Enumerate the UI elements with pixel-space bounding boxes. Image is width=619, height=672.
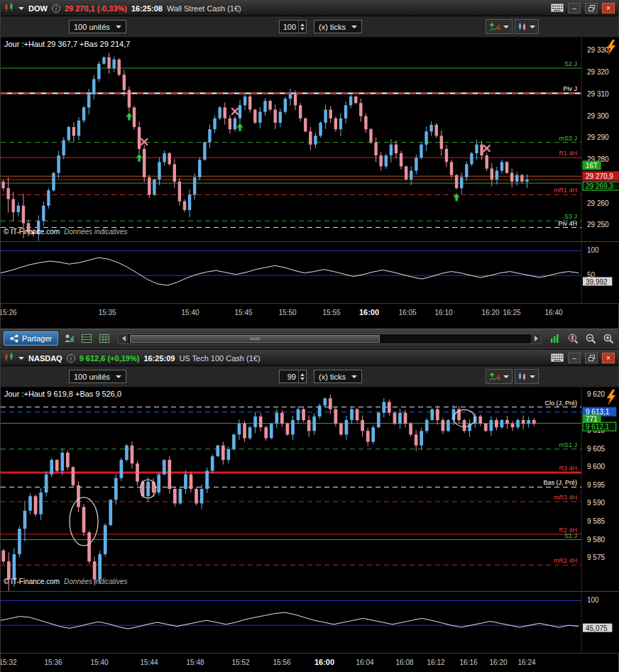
time-tick: 16:16: [459, 659, 477, 666]
zoom-in-icon[interactable]: [601, 331, 615, 346]
dow-chart-area[interactable]: S2 JPiv JmS3 JR1 4HmR1 4HS3 JPiv 4H29 33…: [1, 38, 618, 303]
svg-text:mR2 4H: mR2 4H: [554, 557, 577, 564]
svg-text:9 595: 9 595: [587, 481, 605, 489]
chevron-down-icon: [530, 26, 535, 28]
svg-text:R3 4H: R3 4H: [559, 465, 577, 472]
ticks-unit-select[interactable]: (x) ticks: [314, 370, 362, 383]
units-select[interactable]: 100 unités: [69, 20, 126, 33]
svg-text:9 612,1: 9 612,1: [586, 423, 610, 431]
symbol-dropdown-caret[interactable]: [18, 7, 24, 10]
ticks-unit-select[interactable]: (x) ticks: [314, 20, 362, 33]
svg-text:Piv J: Piv J: [563, 85, 577, 92]
svg-text:S2 J: S2 J: [564, 60, 577, 67]
spinner-arrows[interactable]: [298, 21, 306, 33]
day-high-low-label: Jour :+Haut 29 367,7 +Bas 29 214,7: [4, 40, 130, 48]
spinner-arrows[interactable]: [298, 370, 306, 382]
restore-button[interactable]: [585, 3, 598, 13]
horizontal-scrollbar[interactable]: [118, 334, 542, 344]
svg-text:45,075: 45,075: [586, 624, 608, 632]
close-button[interactable]: ×: [602, 3, 615, 13]
symbol-name[interactable]: DOW: [28, 4, 48, 13]
svg-text:100: 100: [587, 596, 599, 604]
market-name: Wall Street Cash (1€): [167, 4, 241, 13]
scrollbar-thumb[interactable]: [130, 335, 379, 343]
svg-text:mS1 J: mS1 J: [559, 441, 577, 448]
chevron-down-icon: [530, 375, 535, 378]
nasdaq-titlebar[interactable]: NASDAQ i 9 612,6 (+0,19%) 16:25:09 US Te…: [1, 351, 618, 366]
trader-stats-icon[interactable]: [62, 331, 76, 346]
dow-chart-window: DOW i 29 270,1 (-0,33%) 16:25:08 Wall St…: [0, 0, 619, 348]
info-icon[interactable]: i: [67, 354, 75, 363]
tick-count-input[interactable]: 100: [279, 20, 307, 33]
svg-text:100: 100: [587, 246, 599, 254]
svg-text:R1 4H: R1 4H: [559, 150, 577, 157]
chevron-down-icon: [116, 375, 121, 378]
candlestick-icon: [518, 372, 527, 381]
time-tick: 15:55: [322, 309, 340, 316]
minimize-button[interactable]: –: [568, 353, 581, 363]
svg-text:29 320: 29 320: [587, 68, 609, 76]
add-indicator-button[interactable]: [486, 369, 513, 384]
tick-count-input[interactable]: 99: [279, 370, 307, 383]
portfolio-table-icon[interactable]: [97, 331, 111, 346]
nasdaq-chart-area[interactable]: Clo (J, Pré)mS1 JR3 4HBas (J, Pré)mR3 4H…: [1, 387, 618, 653]
scrollbar-track[interactable]: [128, 334, 531, 343]
close-button[interactable]: ×: [602, 353, 615, 363]
time-tick: 16:10: [434, 309, 452, 316]
market-name: US Tech 100 Cash (1€): [179, 354, 260, 363]
svg-text:29 269,3: 29 269,3: [586, 182, 613, 190]
info-icon[interactable]: i: [52, 4, 60, 13]
dow-titlebar[interactable]: DOW i 29 270,1 (-0,33%) 16:25:08 Wall St…: [1, 1, 618, 16]
time-tick: 16:20: [489, 659, 507, 666]
nasdaq-toolbar: 100 unités 99 (x) ticks: [1, 366, 618, 387]
quote-time: 16:25:09: [143, 354, 175, 363]
time-tick: 16:25: [503, 309, 520, 316]
dow-time-axis[interactable]: 15:2615:3515:4015:4515:5015:5516:0016:05…: [1, 303, 618, 323]
symbol-dropdown-caret[interactable]: [18, 357, 24, 360]
dow-toolbar: 100 unités 100 (x) ticks: [1, 16, 618, 38]
quote-time: 16:25:08: [131, 4, 163, 13]
chevron-down-icon: [351, 26, 357, 28]
last-price: 9 612,6 (+0,19%): [80, 354, 140, 363]
add-indicator-button[interactable]: [486, 19, 513, 34]
time-tick: 16:40: [544, 309, 562, 316]
chart-style-button[interactable]: [515, 369, 539, 384]
nasdaq-time-axis[interactable]: 15:3215:3615:4015:4415:4815:5215:5616:00…: [1, 653, 618, 672]
time-tick: 15:45: [234, 309, 252, 316]
time-tick: 15:48: [186, 659, 204, 666]
chevron-down-icon: [351, 375, 357, 378]
nasdaq-candlestick-chart[interactable]: Clo (J, Pré)mS1 JR3 4HBas (J, Pré)mR3 4H…: [1, 387, 619, 653]
time-tick: 16:24: [517, 659, 535, 666]
keyboard-icon[interactable]: [551, 4, 564, 13]
share-button[interactable]: Partager: [4, 331, 58, 346]
svg-text:S1 J: S1 J: [564, 532, 577, 539]
symbol-name[interactable]: NASDAQ: [28, 354, 62, 363]
units-select[interactable]: 100 unités: [69, 370, 126, 383]
order-list-icon[interactable]: [80, 331, 94, 346]
zoom-out-icon[interactable]: [584, 331, 598, 346]
scroll-right-arrow[interactable]: [531, 334, 541, 343]
indicator-plus-icon: [489, 22, 500, 32]
minimize-button[interactable]: –: [568, 3, 581, 13]
chevron-down-icon: [503, 375, 509, 378]
zoom-selection-icon[interactable]: [566, 331, 580, 346]
restore-button[interactable]: [585, 353, 598, 363]
day-high-low-label: Jour :+Haut 9 619,8 +Bas 9 526,0: [4, 390, 121, 398]
svg-text:9 620: 9 620: [587, 390, 605, 398]
time-tick: 16:08: [395, 659, 413, 666]
svg-text:Clo (J, Pré): Clo (J, Pré): [544, 400, 577, 407]
dow-candlestick-chart[interactable]: S2 JPiv JmS3 JR1 4HmR1 4HS3 JPiv 4H29 33…: [1, 38, 619, 303]
auto-scale-icon[interactable]: [548, 331, 562, 346]
chart-app-icon: [4, 353, 14, 363]
svg-text:39,992: 39,992: [586, 278, 608, 286]
keyboard-icon[interactable]: [551, 353, 564, 363]
scroll-left-arrow[interactable]: [119, 334, 128, 343]
chart-style-button[interactable]: [515, 19, 539, 34]
time-tick: 15:35: [98, 309, 116, 316]
chart-app-icon: [4, 3, 14, 13]
svg-text:mR3 4H: mR3 4H: [554, 494, 577, 501]
chevron-down-icon: [503, 26, 509, 28]
svg-text:29 310: 29 310: [587, 90, 609, 98]
candlestick-icon: [518, 22, 527, 31]
svg-text:29 270,9: 29 270,9: [586, 172, 613, 180]
